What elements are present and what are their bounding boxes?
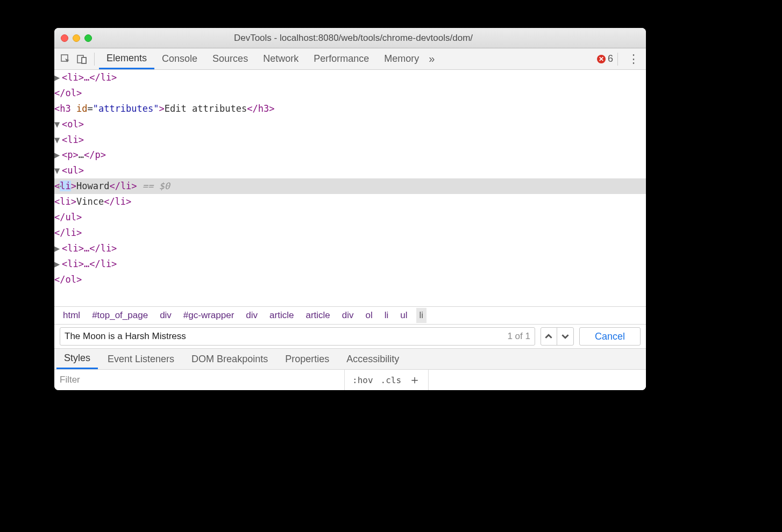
styles-filter-bar: Filter :hov .cls ＋ — [54, 370, 646, 390]
tab-sources[interactable]: Sources — [205, 48, 255, 69]
menu-icon[interactable]: ⋮ — [628, 52, 639, 66]
dom-node-selected[interactable]: <li>Howard</li> == $0 — [54, 178, 646, 194]
error-count: 6 — [608, 53, 613, 64]
dom-node[interactable]: <h3 id="attributes">Edit attributes</h3> — [54, 101, 646, 117]
breadcrumb-item[interactable]: #top_of_page — [89, 308, 151, 323]
search-bar: The Moon is a Harsh Mistress 1 of 1 Canc… — [54, 325, 646, 348]
breadcrumb-item-selected[interactable]: li — [416, 308, 427, 323]
breadcrumb-item[interactable]: ol — [362, 308, 376, 323]
tab-memory[interactable]: Memory — [376, 48, 426, 69]
subtab-accessibility[interactable]: Accessibility — [339, 349, 407, 369]
new-style-rule-icon[interactable]: ＋ — [409, 372, 421, 388]
dom-node[interactable]: ▶<p>…</p> — [54, 147, 646, 163]
breadcrumb-item[interactable]: ul — [397, 308, 410, 323]
devtools-window: DevTools - localhost:8080/web/tools/chro… — [54, 28, 646, 390]
breadcrumb-item[interactable]: html — [60, 308, 83, 323]
tab-console[interactable]: Console — [154, 48, 205, 69]
styles-subtab-bar: Styles Event Listeners DOM Breakpoints P… — [54, 348, 646, 370]
dom-node[interactable]: ▼<ul> — [54, 163, 646, 178]
tab-elements[interactable]: Elements — [99, 48, 154, 69]
breadcrumb-bar: html #top_of_page div #gc-wrapper div ar… — [54, 306, 646, 325]
dom-node[interactable]: ▼<li> — [54, 132, 646, 148]
separator — [94, 53, 95, 66]
tab-performance[interactable]: Performance — [306, 48, 376, 69]
styles-filter-input[interactable]: Filter — [54, 370, 345, 390]
dom-tree[interactable]: ▶<li>…</li> </ol> <h3 id="attributes">Ed… — [54, 70, 646, 306]
dom-node[interactable]: ▶<li>…</li> — [54, 256, 646, 272]
breadcrumb-item[interactable]: li — [381, 308, 392, 323]
dom-node[interactable]: </ol> — [54, 85, 646, 101]
search-prev-icon[interactable] — [541, 328, 557, 345]
dom-node[interactable]: ▼<ol> — [54, 117, 646, 132]
tab-network[interactable]: Network — [255, 48, 306, 69]
titlebar: DevTools - localhost:8080/web/tools/chro… — [54, 28, 646, 48]
search-input[interactable]: The Moon is a Harsh Mistress 1 of 1 — [60, 327, 535, 346]
devtools-toolbar: Elements Console Sources Network Perform… — [54, 48, 646, 70]
search-next-icon[interactable] — [557, 328, 573, 345]
subtab-dom-breakpoints[interactable]: DOM Breakpoints — [184, 349, 275, 369]
dom-node[interactable]: </ol> — [54, 272, 646, 287]
breadcrumb-item[interactable]: #gc-wrapper — [180, 308, 238, 323]
breadcrumb-item[interactable]: div — [339, 308, 357, 323]
subtab-event-listeners[interactable]: Event Listeners — [100, 349, 182, 369]
error-icon: ✕ — [597, 55, 606, 63]
search-result-count: 1 of 1 — [507, 331, 530, 342]
subtab-styles[interactable]: Styles — [56, 349, 98, 369]
search-input-value: The Moon is a Harsh Mistress — [65, 331, 186, 342]
dom-node[interactable]: </ul> — [54, 210, 646, 225]
separator — [617, 53, 618, 66]
window-title: DevTools - localhost:8080/web/tools/chro… — [67, 33, 639, 44]
cls-toggle[interactable]: .cls — [381, 375, 402, 385]
subtab-properties[interactable]: Properties — [278, 349, 337, 369]
dom-node[interactable]: <li>Vince</li> — [54, 194, 646, 210]
search-nav-buttons — [541, 327, 574, 346]
device-toolbar-icon[interactable] — [74, 51, 90, 67]
more-tabs-icon[interactable]: » — [429, 53, 435, 65]
hov-toggle[interactable]: :hov — [352, 375, 373, 385]
filter-placeholder: Filter — [60, 375, 80, 385]
svg-rect-2 — [82, 57, 86, 63]
breadcrumb-item[interactable]: article — [266, 308, 297, 323]
breadcrumb-item[interactable]: div — [157, 308, 175, 323]
error-counter[interactable]: ✕ 6 — [597, 53, 613, 64]
dom-node[interactable]: ▶<li>…</li> — [54, 70, 646, 85]
dom-node[interactable]: </li> — [54, 225, 646, 241]
breadcrumb-item[interactable]: div — [243, 308, 261, 323]
inspect-element-icon[interactable] — [58, 51, 74, 67]
breadcrumb-item[interactable]: article — [302, 308, 333, 323]
cancel-button[interactable]: Cancel — [579, 327, 641, 346]
dom-node[interactable]: ▶<li>…</li> — [54, 241, 646, 256]
